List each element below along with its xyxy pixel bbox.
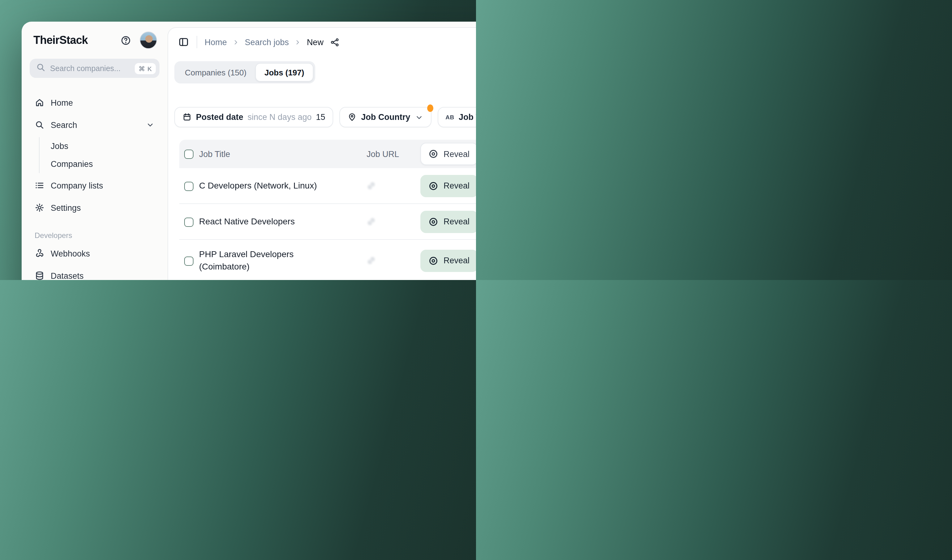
filter-active-dot	[427, 105, 433, 112]
search-placeholder: Search companies...	[50, 64, 135, 73]
section-label-developers: Developers	[35, 231, 159, 240]
filter-chip-job-title[interactable]: ABJob Titleis any ofdevelopers	[437, 107, 476, 127]
topbar-divider	[196, 36, 197, 48]
sidebar-nav-2: Company lists Settings	[30, 174, 159, 219]
search-icon	[36, 62, 46, 74]
job-title[interactable]: React Native Developers	[196, 215, 353, 227]
sidebar-item-company-lists[interactable]: Company lists	[30, 177, 159, 193]
reveal-button[interactable]: Reveal	[420, 174, 476, 197]
job-url-link-icon[interactable]	[353, 217, 413, 226]
eye-icon	[429, 217, 439, 227]
sidebar-toggle-icon[interactable]	[176, 34, 192, 50]
share-icon[interactable]	[331, 37, 340, 47]
sidebar: TheirStack Search companies... ⌘ K Home …	[22, 22, 167, 280]
app-logo: TheirStack	[33, 34, 119, 47]
eye-icon	[429, 256, 439, 265]
breadcrumb-item[interactable]: Home	[205, 37, 227, 47]
sidebar-item-datasets[interactable]: Datasets	[30, 268, 159, 280]
gear-icon	[35, 203, 45, 213]
list-icon	[35, 180, 45, 190]
tab-jobs[interactable]: Jobs (197)	[255, 63, 314, 82]
filter-field: Posted date	[196, 113, 243, 122]
row-checkbox[interactable]	[184, 182, 193, 191]
table-row[interactable]: C Developers (Network, Linux) Reveal May…	[179, 168, 476, 204]
sidebar-item-search[interactable]: Search	[30, 117, 159, 133]
filter-operator: since N days ago	[247, 113, 312, 122]
sidebar-subitem-companies[interactable]: Companies	[40, 155, 159, 173]
sidebar-subnav: JobsCompanies	[39, 137, 159, 173]
breadcrumb-item[interactable]: New	[307, 37, 324, 47]
sidebar-item-settings[interactable]: Settings	[30, 200, 159, 216]
reveal-all-button[interactable]: Reveal	[420, 143, 476, 165]
search-icon	[35, 120, 45, 130]
webhook-icon	[35, 248, 45, 258]
filter-chip-job-country[interactable]: Job Country	[339, 107, 431, 127]
breadcrumb: HomeSearch jobsNew	[205, 37, 324, 47]
chevron-right-icon	[232, 39, 239, 45]
results-table: Job Title Job URL Reveal Company Posted …	[179, 140, 476, 280]
filter-bar: Posted datesince N days ago15Job Country…	[168, 107, 476, 127]
filter-chip-posted-date[interactable]: Posted datesince N days ago15	[174, 107, 333, 127]
filter-value: 15	[316, 113, 325, 122]
sidebar-header: TheirStack	[30, 30, 159, 49]
ab-icon: AB	[445, 114, 454, 120]
sidebar-item-home[interactable]: Home	[30, 94, 159, 111]
sidebar-subitem-jobs[interactable]: Jobs	[40, 137, 159, 155]
sidebar-item-label: Settings	[51, 203, 81, 212]
pin-icon	[348, 113, 357, 122]
help-icon[interactable]	[119, 33, 132, 47]
filter-field: Job Country	[361, 113, 410, 122]
column-header-job-url[interactable]: Job URL	[353, 149, 413, 159]
reveal-button[interactable]: Reveal	[420, 210, 476, 233]
table-header-row: Job Title Job URL Reveal Company Posted …	[179, 140, 476, 168]
sidebar-item-webhooks[interactable]: Webhooks	[30, 245, 159, 261]
tab-companies[interactable]: Companies (150)	[176, 63, 255, 82]
sidebar-item-label: Datasets	[51, 271, 84, 280]
row-checkbox[interactable]	[184, 256, 193, 266]
shortcut-badge: ⌘ K	[135, 63, 156, 74]
job-url-link-icon[interactable]	[353, 181, 413, 190]
database-icon	[35, 271, 45, 280]
main-panel: HomeSearch jobsNew Companies (150)Jobs (…	[167, 27, 476, 280]
sidebar-item-label: Company lists	[51, 181, 103, 190]
sidebar-item-label: Webhooks	[51, 249, 90, 258]
main-wrap: HomeSearch jobsNew Companies (150)Jobs (…	[167, 22, 476, 280]
sidebar-nav-dev: Webhooks Datasets API Keys	[30, 242, 159, 280]
calendar-icon	[182, 113, 192, 122]
eye-icon	[429, 149, 439, 159]
search-companies-input[interactable]: Search companies... ⌘ K	[30, 59, 159, 78]
select-all-checkbox[interactable]	[184, 150, 193, 159]
chevron-down-icon	[146, 120, 155, 129]
table-row[interactable]: React Native Developers Reveal May 11, 2…	[179, 204, 476, 240]
job-url-link-icon[interactable]	[353, 256, 413, 265]
avatar[interactable]	[140, 31, 157, 49]
job-title[interactable]: PHP Laravel Developers (Coimbatore)	[196, 248, 353, 273]
eye-icon	[429, 181, 439, 191]
sidebar-item-label: Home	[51, 98, 73, 107]
result-tabs: Companies (150)Jobs (197)	[174, 61, 315, 83]
column-header-job-title[interactable]: Job Title	[196, 149, 353, 159]
row-checkbox[interactable]	[184, 218, 193, 227]
chevron-right-icon	[295, 39, 301, 45]
home-icon	[35, 98, 45, 108]
filter-field: Job Title	[459, 113, 476, 122]
chevron-down-icon	[414, 113, 423, 122]
app-window: TheirStack Search companies... ⌘ K Home …	[22, 22, 476, 280]
screen: TheirStack Search companies... ⌘ K Home …	[0, 0, 476, 280]
sidebar-nav: Home Search	[30, 91, 159, 136]
breadcrumb-item[interactable]: Search jobs	[245, 37, 289, 47]
sidebar-item-label: Search	[51, 120, 77, 130]
topbar: HomeSearch jobsNew	[168, 28, 476, 56]
reveal-button[interactable]: Reveal	[420, 249, 476, 272]
toolbar: Companies (150)Jobs (197) Add to listFin…	[168, 60, 476, 85]
table-row[interactable]: PHP Laravel Developers (Coimbatore) Reve…	[179, 240, 476, 280]
job-title[interactable]: C Developers (Network, Linux)	[196, 180, 353, 191]
